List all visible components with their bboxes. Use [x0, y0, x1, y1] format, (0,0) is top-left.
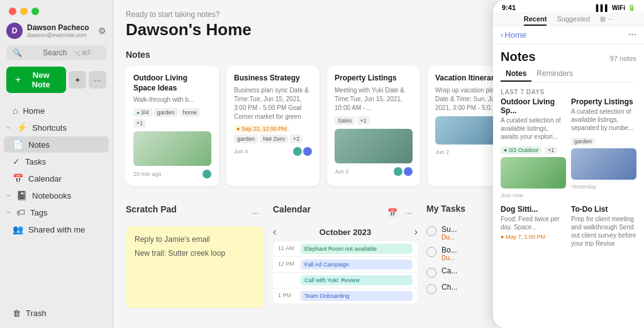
- mobile-top-tabs: Recent Suggested ⊞ ···: [493, 13, 644, 26]
- tag-badge: +1: [357, 116, 370, 125]
- mobile-note-title: Dog Sitti...: [501, 205, 566, 214]
- user-profile[interactable]: D Dawson Pacheco dawson@evernote.com: [6, 23, 89, 39]
- minimize-dot[interactable]: [20, 8, 28, 15]
- calendar-event-row-4: 1 PM Team Onboarding: [273, 288, 418, 304]
- sidebar-item-label: Calendar: [28, 174, 62, 183]
- tasks-title: My Tasks: [426, 204, 465, 214]
- note-tags: Sales +1: [335, 116, 413, 125]
- scratch-pad-header: Scratch Pad ···: [126, 204, 264, 221]
- scratch-pad-card[interactable]: Reply to Jamie's email New trail: Sutter…: [126, 226, 264, 308]
- task-name: Bo...: [441, 246, 457, 254]
- task-text: Ch...: [441, 283, 457, 292]
- mobile-status-icons: ▌▌▌ WiFi 🔋: [596, 4, 635, 11]
- calendar-body: 11 AM Elephant Room not available 12 PM …: [273, 241, 418, 304]
- note-avatars: [203, 170, 211, 178]
- mobile-section-label: LAST 7 DAYS: [493, 85, 644, 97]
- task-checkbox[interactable]: [426, 268, 436, 278]
- note-date: Jun 2: [435, 149, 449, 155]
- mobile-note-item-3[interactable]: Dog Sitti... Food: Feed twice per day. S…: [501, 205, 566, 250]
- sidebar-item-label: Shared with me: [28, 225, 85, 234]
- mobile-suggested-tab[interactable]: Suggested: [557, 15, 590, 26]
- user-name: Dawson Pacheco: [27, 23, 89, 32]
- calendar-event-row-1: 11 AM Elephant Room not available: [273, 241, 418, 257]
- mobile-note-item-1[interactable]: Outdoor Living Sp... A curated selection…: [501, 97, 566, 199]
- sidebar-item-notes[interactable]: 📄 Notes: [4, 136, 109, 153]
- mobile-recent-tab[interactable]: Recent: [524, 15, 547, 26]
- calendar-event[interactable]: Call with Yuki: Review: [301, 275, 413, 285]
- sidebar-item-home[interactable]: ⌂ Home: [4, 102, 109, 119]
- task-checkbox[interactable]: [426, 226, 436, 236]
- task-name: Su...: [441, 225, 457, 234]
- calendar-event[interactable]: Elephant Room not available: [301, 244, 413, 254]
- mobile-note-list: Outdoor Living Sp... A curated selection…: [493, 97, 644, 250]
- sidebar-item-notebooks[interactable]: 📓 Notebooks: [4, 187, 109, 204]
- avatar: [394, 167, 402, 176]
- mobile-notes-count: 97 notes: [610, 55, 636, 62]
- sidebar-item-shortcuts[interactable]: ⚡ Shortcuts: [4, 119, 109, 136]
- calendar-icon-btn[interactable]: 📅: [387, 208, 397, 217]
- mobile-extra-tag: +1: [545, 146, 557, 154]
- tag-badge: +2: [290, 134, 303, 143]
- mobile-more-button[interactable]: ···: [628, 29, 636, 40]
- scratch-pad-title: Scratch Pad: [126, 204, 177, 214]
- close-dot[interactable]: [9, 8, 16, 15]
- sidebar-item-tasks[interactable]: ✓ Tasks: [4, 153, 109, 170]
- scratch-pad-more-button[interactable]: ···: [247, 204, 264, 221]
- calendar-event[interactable]: Fall Ad Campaign: [301, 260, 413, 270]
- sidebar-search[interactable]: 🔍 Search ⌥⌘F: [6, 45, 106, 60]
- more-tabs-icon[interactable]: ⊞ ···: [600, 15, 613, 26]
- sidebar-item-shared[interactable]: 👥 Shared with me: [4, 221, 109, 238]
- mobile-note-item-2[interactable]: Property Listings A curated selection of…: [571, 97, 636, 199]
- mobile-tab-reminders[interactable]: Reminders: [531, 67, 578, 82]
- maximize-dot[interactable]: [31, 8, 39, 15]
- task-checkbox[interactable]: [426, 247, 436, 257]
- note-body: Meeting with Yuki Date & Time:Tue, Jun 1…: [335, 86, 413, 112]
- mobile-notes-header: Notes 97 notes: [493, 45, 644, 67]
- note-tags: 3/4 garden home +1: [133, 108, 211, 128]
- mobile-back-button[interactable]: ‹ Home: [501, 30, 526, 40]
- mobile-note-item-4[interactable]: To-Do List Prep for client meeting and w…: [571, 205, 636, 250]
- mobile-time: 9:41: [502, 4, 516, 11]
- mobile-tab-notes[interactable]: Notes: [501, 67, 531, 82]
- trash-label: Trash: [26, 309, 47, 318]
- avatar: D: [6, 23, 23, 39]
- task-checkbox[interactable]: [426, 284, 436, 294]
- calendar-event[interactable]: Team Onboarding: [301, 291, 413, 301]
- note-date: 20 min ago: [133, 171, 162, 177]
- sidebar-item-calendar[interactable]: 📅 Calendar: [4, 170, 109, 187]
- calendar-prev-button[interactable]: ‹: [273, 226, 276, 238]
- note-card-3[interactable]: Property Listings Meeting with Yuki Date…: [327, 66, 420, 186]
- mobile-nav-bar: ‹ Home ···: [493, 26, 644, 45]
- calendar-event-row-2: 12 PM Fall Ad Campaign: [273, 257, 418, 273]
- sidebar-item-label: Tasks: [25, 157, 46, 167]
- sidebar: D Dawson Pacheco dawson@evernote.com ⚙ 🔍…: [0, 0, 113, 328]
- sidebar-item-label: Notes: [28, 140, 50, 150]
- new-note-button[interactable]: + New Note: [6, 67, 66, 93]
- sidebar-item-trash[interactable]: 🗑 Trash: [4, 305, 109, 321]
- calendar-next-button[interactable]: ›: [414, 226, 418, 238]
- mobile-notes-title: Notes: [501, 50, 536, 64]
- note-body: Walk-through with b...: [133, 96, 211, 104]
- search-label: Search: [43, 48, 69, 57]
- calendar-month-nav: ‹ October 2023 ›: [273, 226, 418, 238]
- note-card-2[interactable]: Business Strategy Business plan sync Dat…: [226, 66, 319, 186]
- sidebar-item-tags[interactable]: 🏷 Tags: [4, 204, 109, 221]
- avatar: [203, 170, 211, 178]
- cal-time: 11 AM: [278, 244, 297, 251]
- battery-icon: 🔋: [628, 4, 635, 11]
- note-body: Business plan sync Date & Time:Tue, Jun …: [234, 86, 312, 121]
- more-button[interactable]: ···: [89, 71, 106, 89]
- note-tags: ● Sep 22, 12:00 PM garden Net Zero +2: [234, 125, 312, 143]
- settings-icon[interactable]: ⚙: [98, 26, 106, 36]
- task-text: Ca...: [441, 266, 457, 275]
- sidebar-item-label: Tags: [30, 208, 47, 217]
- tag-badge: Sales: [335, 116, 355, 125]
- trash-icon: 🗑: [13, 309, 21, 318]
- ai-button[interactable]: ✦: [69, 71, 86, 89]
- avatar: [303, 147, 312, 156]
- calendar-more-button[interactable]: ···: [400, 204, 418, 221]
- date-badge: ● Sep 22, 12:00 PM: [234, 125, 289, 133]
- home-icon: ⌂: [13, 106, 18, 116]
- calendar-icon: 📅: [13, 173, 23, 183]
- note-card-1[interactable]: Outdoor Living Space Ideas Walk-through …: [126, 66, 219, 186]
